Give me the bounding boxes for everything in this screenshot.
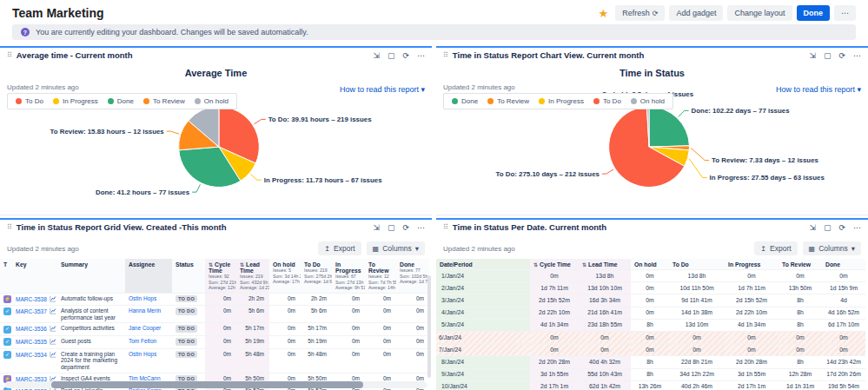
legend-item-to-review[interactable]: To Review [143,97,185,105]
col-header-in-progress: In Progress [725,259,779,270]
favorite-star-icon[interactable]: ★ [599,7,609,20]
assignee-link[interactable]: Jane Cooper [129,325,161,331]
legend-item-to-do[interactable]: To Do [593,97,621,105]
export-button[interactable]: ↥Export [754,241,797,255]
issue-chart-icon[interactable] [50,325,56,334]
legend-item-in-progress[interactable]: In Progress [539,97,584,105]
legend-dot [539,98,545,104]
resize-icon[interactable]: ⇲ [809,223,816,232]
fullscreen-icon[interactable]: ▢ [388,51,395,60]
assignee-link[interactable]: Tim McCann [129,375,161,381]
sort-icon[interactable]: ⇅ [209,262,213,268]
col-header-done: Done [822,259,865,270]
issue-row: ✓MARC-3536Competitors activitiesJane Coo… [0,323,429,336]
columns-button[interactable]: ▦Columns ▾ [803,241,861,255]
resize-icon[interactable]: ⇲ [373,51,380,60]
sort-icon[interactable]: ⇅ [533,262,538,268]
issue-key-link[interactable]: MARC-3534 [16,352,47,358]
edit-mode-banner: ? You are currently editing your dashboa… [12,24,856,40]
col-header-lead-time[interactable]: ⇅Lead Time [579,259,631,270]
reload-icon[interactable]: ⟳ [402,223,409,232]
time-cell: 2d 17h 1m [725,380,779,390]
legend-item-on-hold[interactable]: On hold [631,97,665,105]
time-cell: 8h [631,356,669,368]
issue-key-link[interactable]: MARC-3535 [16,339,47,345]
issue-summary: Create a training plan 2024 for the mark… [57,348,125,373]
drag-handle-icon[interactable]: ⠿ [7,51,12,59]
issue-chart-icon[interactable] [50,351,56,360]
export-button[interactable]: ↥Export [318,241,361,255]
column-stat: Issues: 219 [240,274,266,280]
add-gadget-button[interactable]: Add gadget [669,5,723,21]
legend-label: Done [461,97,478,105]
add-gadget-label: Add gadget [676,9,716,17]
more-button[interactable]: ⋯ [834,5,856,21]
assignee-link[interactable]: Ostin Hops [129,295,156,301]
vertical-scrollbar[interactable] [427,275,431,378]
time-cell: 55d 10h 43m [579,368,631,380]
drag-handle-icon[interactable]: ⠿ [443,223,448,231]
gadget-header: ⠿ Time in Status Report Chart View. Curr… [436,48,868,62]
refresh-button[interactable]: Refresh ⟳ [615,5,665,21]
gadget-more-icon[interactable]: ⋯ [853,51,861,60]
time-cell: 8h [779,307,822,319]
legend-item-done[interactable]: Done [452,97,478,105]
col-header-cycle-time[interactable]: ⇅Cycle Time [530,259,579,270]
issue-chart-icon[interactable] [50,295,56,304]
col-header-lead-time[interactable]: ⇅Lead TimeIssues: 219Sum: 432d 9h 27mAve… [236,259,269,293]
gadget-grid: ⠿ Average time - Current month ⇲ ▢ ⟳ ⋯ A… [0,46,868,390]
issue-key-link[interactable]: MARC-3537 [16,308,47,314]
assignee-link[interactable]: Tom Felton [129,338,156,344]
done-button[interactable]: Done [797,5,831,21]
time-cell: 0m [396,348,429,373]
time-cell: 0m [822,332,865,344]
reload-icon[interactable]: ⟳ [838,223,845,232]
issue-type-icon: ✓ [3,326,11,334]
col-header-cycle-time[interactable]: ⇅Cycle TimeIssues: 92Sum: 27d 21h 4mAver… [205,259,236,293]
sort-icon[interactable]: ⇅ [582,262,586,268]
resize-icon[interactable]: ⇲ [373,223,380,232]
refresh-button-label: Refresh [622,9,650,17]
columns-button[interactable]: ▦Columns ▾ [367,241,425,255]
fullscreen-icon[interactable]: ▢ [824,223,832,232]
drag-handle-icon[interactable]: ⠿ [443,51,448,59]
gadget-more-icon[interactable]: ⋯ [417,51,425,60]
issue-chart-icon[interactable] [50,307,56,316]
assignee-link[interactable]: Ostin Hops [129,351,156,357]
gadget-more-icon[interactable]: ⋯ [417,223,425,232]
reload-icon[interactable]: ⟳ [402,51,409,60]
legend-item-on-hold[interactable]: On hold [195,97,229,105]
legend-label: In Progress [63,97,98,105]
time-cell: 8h [779,356,822,368]
issue-summary: Competitors activities [57,323,125,336]
updated-label: Updated 2 minutes ago [443,245,749,253]
pie-slice-done[interactable] [649,107,689,147]
gadget-controls: ⇲ ▢ ⟳ ⋯ [809,223,861,232]
gadget-body: Updated 2 minutes ago ↥Export ▦Columns ▾… [0,236,432,390]
legend-item-done[interactable]: Done [108,97,134,105]
time-cell: 13d 8h [669,270,725,282]
date-cell: 5/Jan/24 [436,319,530,331]
reload-icon[interactable]: ⟳ [838,51,845,60]
time-cell: 0m [365,323,396,336]
sort-icon[interactable]: ⇅ [240,262,244,268]
time-cell: 2d 15h 52m [530,294,579,307]
date-row: 10/Jan/242d 17h 1m62d 1h 42m13h 26m40d 2… [436,380,865,390]
time-cell: 9d 11h 41m [669,294,725,307]
issue-key-link[interactable]: MARC-3536 [16,326,47,332]
legend-item-in-progress[interactable]: In Progress [53,97,98,105]
time-cell: 0m [332,306,365,323]
table-toolbar: Updated 2 minutes ago ↥Export ▦Columns ▾ [443,241,861,255]
assignee-link[interactable]: Hanna Merin [129,307,161,314]
gadget-more-icon[interactable]: ⋯ [853,223,861,232]
drag-handle-icon[interactable]: ⠿ [7,223,12,231]
legend-item-to-do[interactable]: To Do [16,97,43,105]
fullscreen-icon[interactable]: ▢ [388,223,395,232]
issue-chart-icon[interactable] [50,338,56,347]
legend-item-to-review[interactable]: To Review [487,97,529,105]
fullscreen-icon[interactable]: ▢ [824,51,832,60]
change-layout-button[interactable]: Change layout [727,5,792,21]
resize-icon[interactable]: ⇲ [809,51,816,60]
horizontal-scrollbar-thumb[interactable] [51,381,363,388]
issue-key-link[interactable]: MARC-3538 [16,296,47,302]
